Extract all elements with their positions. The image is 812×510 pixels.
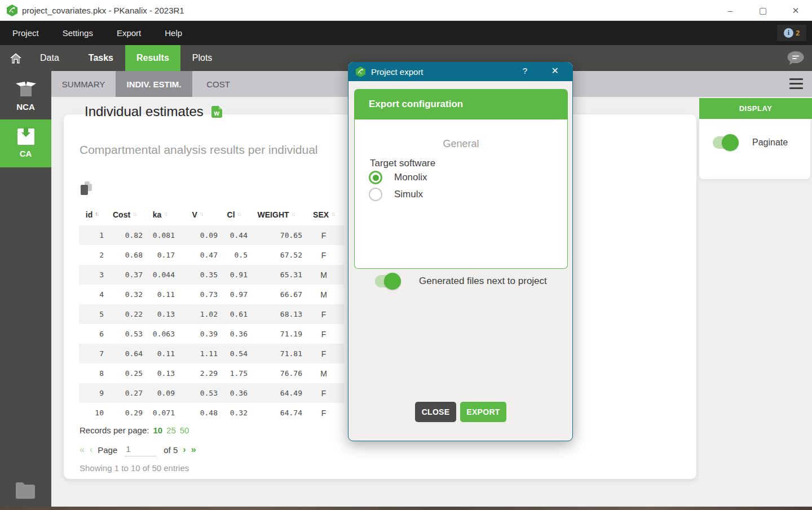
radio-button-icon (369, 188, 382, 201)
generated-files-toggle[interactable] (375, 275, 400, 287)
next-page-button[interactable]: › (183, 445, 186, 455)
dialog-help-button[interactable]: ? (523, 66, 527, 76)
table-cell: 66.67 (249, 285, 303, 304)
page-number-input[interactable] (125, 443, 156, 456)
column-header-id[interactable]: id ↑↓ (79, 204, 105, 225)
display-panel-header: DISPLAY (699, 98, 812, 119)
analysis-sidebar: NCA CA (0, 71, 51, 507)
radio-simulx[interactable]: Simulx (369, 188, 423, 201)
minimize-button[interactable]: – (714, 0, 747, 21)
table-cell: 0.13 (144, 304, 176, 324)
window-title: project_covariates.pkx - PKanalix - 2023… (22, 6, 184, 15)
page-label: Page (98, 445, 117, 455)
home-button[interactable] (10, 45, 21, 71)
sidebar-item-ca[interactable]: CA (0, 119, 51, 167)
desktop-edge (0, 507, 812, 510)
sort-arrows-icon: ↑↓ (331, 211, 334, 217)
menu-bar: Project Settings Export Help i 2 (0, 21, 812, 45)
pagination: Records per page: 10 25 50 « ‹ Page of 5… (80, 425, 196, 473)
sidebar-item-nca[interactable]: NCA (0, 75, 51, 119)
table-row: 30.370.0440.350.9165.31M (79, 265, 344, 285)
notifications-badge[interactable]: i 2 (777, 25, 806, 41)
panel-menu-button[interactable] (789, 78, 803, 92)
table-cell: 0.47 (176, 245, 219, 265)
table-cell: 0.081 (144, 225, 176, 245)
records-per-page-label: Records per page: (80, 425, 149, 435)
table-cell: 0.27 (105, 383, 144, 403)
table-cell: 68.13 (249, 304, 303, 324)
table-cell: 76.76 (249, 363, 303, 383)
table-cell: 0.071 (144, 403, 176, 423)
table-cell: 0.17 (144, 245, 176, 265)
records-option-25[interactable]: 25 (166, 425, 176, 435)
sort-arrows-icon: ↑↓ (237, 211, 240, 217)
subtab-cost[interactable]: COST (192, 71, 244, 97)
table-cell: 0.11 (144, 285, 176, 304)
paginate-toggle[interactable] (713, 136, 738, 149)
table-cell: 0.37 (105, 265, 144, 285)
sidebar-item-label: NCA (16, 102, 35, 112)
export-button[interactable]: EXPORT (460, 402, 506, 422)
last-page-button[interactable]: » (191, 445, 196, 455)
table-cell: 0.25 (105, 363, 144, 383)
table-cell: 4 (79, 285, 105, 304)
table-cell: 0.35 (176, 265, 219, 285)
export-word-icon[interactable]: w (211, 106, 222, 118)
pkanalix-logo-icon (356, 66, 365, 77)
table-cell: 0.82 (105, 225, 144, 245)
menu-help[interactable]: Help (165, 28, 182, 38)
table-cell: 64.49 (249, 383, 303, 403)
prev-page-button[interactable]: ‹ (90, 445, 92, 455)
table-cell: F (303, 324, 344, 344)
records-option-50[interactable]: 50 (180, 425, 189, 435)
column-header-weight[interactable]: WEIGHT ↑↓ (249, 204, 303, 225)
copy-table-button[interactable] (81, 181, 93, 195)
column-header-cl[interactable]: Cl ↑↓ (219, 204, 249, 225)
sort-arrows-icon: ↑↓ (164, 211, 167, 217)
records-option-10[interactable]: 10 (153, 425, 162, 435)
table-cell: 1.75 (219, 363, 249, 383)
project-folder-button[interactable] (15, 481, 36, 499)
tab-results[interactable]: Results (125, 45, 180, 71)
radio-monolix[interactable]: Monolix (369, 171, 427, 184)
tab-plots[interactable]: Plots (181, 45, 224, 71)
tab-tasks[interactable]: Tasks (77, 45, 125, 71)
subtab-summary[interactable]: SUMMARY (51, 71, 116, 97)
column-header-ka[interactable]: ka ↑↓ (144, 204, 176, 225)
notification-count: 2 (796, 29, 800, 37)
table-cell: 0.48 (176, 403, 219, 423)
table-row: 60.530.0630.390.3671.19F (79, 324, 344, 344)
close-button[interactable]: ✕ (779, 0, 812, 21)
generated-files-toggle-label: Generated files next to project (419, 276, 547, 287)
feedback-button[interactable] (787, 51, 804, 66)
tab-data[interactable]: Data (29, 45, 70, 71)
menu-export[interactable]: Export (117, 28, 141, 38)
table-cell: 70.65 (249, 225, 303, 245)
folder-icon (15, 481, 36, 499)
first-page-button[interactable]: « (80, 445, 85, 455)
column-header-v[interactable]: V ↑↓ (176, 204, 219, 225)
table-cell: 1.02 (176, 304, 219, 324)
table-cell: 0.5 (219, 245, 249, 265)
table-cell: 3 (79, 265, 105, 285)
export-configuration-body: General Target software Monolix Simulx G… (354, 119, 568, 269)
table-header-row: id ↑↓Cost ↑↓ka ↑↓V ↑↓Cl ↑↓WEIGHT ↑↓SEX ↑… (79, 204, 344, 225)
menu-settings[interactable]: Settings (63, 28, 93, 38)
dialog-close-icon[interactable]: ✕ (551, 65, 559, 76)
table-cell: 0.32 (219, 403, 249, 423)
close-button[interactable]: CLOSE (415, 402, 456, 422)
table-row: 50.220.131.020.6168.13F (79, 304, 344, 324)
pkanalix-logo-icon (7, 5, 17, 16)
column-header-cost[interactable]: Cost ↑↓ (105, 204, 144, 225)
table-cell: 0.53 (105, 324, 144, 344)
maximize-button[interactable]: ▢ (747, 0, 779, 21)
column-header-sex[interactable]: SEX ↑↓ (303, 204, 344, 225)
menu-project[interactable]: Project (12, 28, 39, 38)
table-cell: 0.11 (144, 344, 176, 363)
table-cell: 0.97 (219, 285, 249, 304)
subtab-indiv-estim[interactable]: INDIV. ESTIM. (116, 71, 192, 97)
table-cell: M (303, 363, 344, 383)
table-cell: M (303, 265, 344, 285)
table-cell: 0.09 (176, 225, 219, 245)
table-row: 40.320.110.730.9766.67M (79, 285, 344, 304)
